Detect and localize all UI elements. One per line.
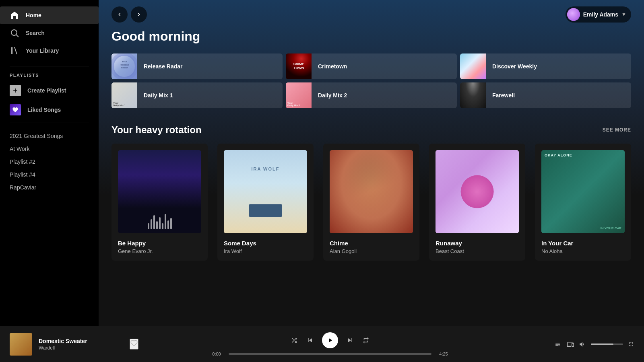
see-more-button[interactable]: SEE MORE xyxy=(603,127,631,133)
heavy-rotation-header: Your heavy rotation SEE MORE xyxy=(111,124,631,136)
quick-card-release-radar[interactable]: Your Release Radar Release Radar xyxy=(111,53,283,79)
release-radar-label: Release Radar xyxy=(137,63,189,70)
player-artist-name: Wardell xyxy=(39,345,123,351)
user-name-label: Emily Adams xyxy=(583,11,618,18)
chime-artist: Alan Gogoll xyxy=(330,248,413,254)
be-happy-artist: Gene Evaro Jr. xyxy=(118,248,201,254)
devices-icon[interactable] xyxy=(567,341,574,348)
nav-arrows xyxy=(111,6,147,23)
volume-bar[interactable] xyxy=(591,343,623,345)
svg-text:Radar: Radar xyxy=(121,66,128,69)
quick-card-discover-weekly[interactable]: Discover Weekly xyxy=(460,53,631,79)
main-content: Emily Adams ▼ Good morning Your Release … xyxy=(99,0,644,326)
svg-text:Release: Release xyxy=(120,64,129,66)
next-button[interactable] xyxy=(346,336,354,344)
daily-mix-1-label: Daily Mix 1 xyxy=(137,92,179,99)
home-icon xyxy=(10,10,19,20)
in-your-car-title: In Your Car xyxy=(541,240,625,247)
sidebar-item-library[interactable]: Your Library xyxy=(0,42,99,60)
shuffle-button[interactable] xyxy=(291,337,298,344)
sidebar-nav: Home Search xyxy=(0,3,99,63)
previous-button[interactable] xyxy=(306,336,314,344)
heavy-rotation-title: Your heavy rotation xyxy=(111,124,202,136)
svg-rect-3 xyxy=(12,47,13,54)
rotation-card-be-happy[interactable]: Be Happy Gene Evaro Jr. xyxy=(111,144,208,261)
farewell-label: Farewell xyxy=(486,92,521,99)
playlist-item-at-work[interactable]: At Work xyxy=(0,142,99,155)
user-profile-button[interactable]: Emily Adams ▼ xyxy=(566,6,631,23)
queue-icon[interactable] xyxy=(555,341,562,348)
chime-album-art xyxy=(330,150,413,233)
sidebar: Home Search xyxy=(0,0,99,326)
quick-card-daily-mix-1[interactable]: YourDaily Mix 1 Daily Mix 1 xyxy=(111,82,283,108)
svg-point-0 xyxy=(11,30,17,35)
quick-card-farewell[interactable]: Farewell xyxy=(460,82,631,108)
some-days-artist: Ira Wolf xyxy=(224,248,307,254)
repeat-button[interactable] xyxy=(362,337,369,344)
current-time: 0:00 xyxy=(209,352,224,356)
chevron-down-icon: ▼ xyxy=(621,12,626,17)
playlist-item-4[interactable]: Playlist #4 xyxy=(0,168,99,181)
sidebar-item-search[interactable]: Search xyxy=(0,24,99,42)
sidebar-divider-2 xyxy=(10,123,89,123)
svg-line-1 xyxy=(17,35,19,37)
chime-title: Chime xyxy=(330,240,413,247)
player-track-info: Domestic Sweater Wardell xyxy=(39,338,123,351)
volume-icon[interactable] xyxy=(579,341,586,348)
forward-button[interactable] xyxy=(131,6,147,23)
liked-songs-button[interactable]: Liked Songs xyxy=(0,100,99,119)
rotation-card-some-days[interactable]: IRA WOLF Some Days Ira Wolf xyxy=(217,144,314,261)
playlist-list: 2021 Greatest Songs At Work Playlist #2 … xyxy=(0,126,99,197)
playlist-item-rapcaviar[interactable]: RapCaviar xyxy=(0,181,99,194)
sidebar-divider xyxy=(10,66,89,66)
player-track-section: Domestic Sweater Wardell xyxy=(10,333,138,356)
player-bar: Domestic Sweater Wardell xyxy=(0,326,644,362)
heart-icon xyxy=(10,104,21,115)
greeting-heading: Good morning xyxy=(111,29,631,44)
fullscreen-icon[interactable] xyxy=(628,341,634,348)
like-button[interactable] xyxy=(130,339,138,350)
some-days-album-art: IRA WOLF xyxy=(224,150,307,233)
sidebar-item-home[interactable]: Home xyxy=(0,6,99,24)
daily-mix-1-image: YourDaily Mix 1 xyxy=(111,82,137,108)
plus-icon: + xyxy=(10,85,21,96)
top-bar: Emily Adams ▼ xyxy=(99,0,644,29)
release-radar-image: Your Release Radar xyxy=(111,53,137,79)
discover-weekly-image xyxy=(460,53,486,79)
crimetown-label: Crimetown xyxy=(312,63,353,70)
rotation-card-chime[interactable]: Chime Alan Gogoll xyxy=(323,144,419,261)
create-playlist-button[interactable]: + Create Playlist xyxy=(0,81,99,100)
rotation-grid: Be Happy Gene Evaro Jr. IRA WOLF Some Da… xyxy=(111,144,631,261)
be-happy-title: Be Happy xyxy=(118,240,201,247)
playlist-item-2021[interactable]: 2021 Greatest Songs xyxy=(0,130,99,142)
in-your-car-artist: No Aloha xyxy=(541,248,625,254)
be-happy-album-art xyxy=(118,150,201,233)
daily-mix-2-label: Daily Mix 2 xyxy=(312,92,353,99)
quick-cards-grid: Your Release Radar Release Radar CRIMET xyxy=(111,53,631,108)
content-area: Good morning Your Release Radar xyxy=(99,29,644,274)
playlist-item-2[interactable]: Playlist #2 xyxy=(0,155,99,168)
player-controls-section: 0:00 4:25 xyxy=(138,332,522,356)
runaway-artist: Beast Coast xyxy=(436,248,519,254)
player-controls xyxy=(291,332,369,348)
playlists-label: PLAYLISTS xyxy=(0,70,99,81)
play-pause-button[interactable] xyxy=(322,332,338,348)
progress-track[interactable] xyxy=(229,353,431,355)
player-right-controls xyxy=(522,341,634,348)
player-track-name: Domestic Sweater xyxy=(39,338,123,344)
svg-text:Your: Your xyxy=(122,60,127,63)
quick-card-daily-mix-2[interactable]: YourDaily Mix 2 Daily Mix 2 xyxy=(286,82,457,108)
back-button[interactable] xyxy=(111,6,128,23)
rotation-card-runaway[interactable]: Runaway Beast Coast xyxy=(429,144,525,261)
crimetown-image: CRIMETOWN xyxy=(286,53,312,79)
farewell-image xyxy=(460,82,486,108)
player-album-art xyxy=(10,333,32,356)
in-your-car-album-art: OKAY ALONE IN YOUR CAR xyxy=(541,150,625,233)
svg-rect-2 xyxy=(11,47,12,54)
progress-bar-area: 0:00 4:25 xyxy=(209,352,451,356)
rotation-card-in-your-car[interactable]: OKAY ALONE IN YOUR CAR In Your Car No Al… xyxy=(535,144,631,261)
total-time: 4:25 xyxy=(436,352,451,356)
quick-card-crimetown[interactable]: CRIMETOWN Crimetown xyxy=(286,53,457,79)
avatar xyxy=(567,8,580,21)
daily-mix-2-image: YourDaily Mix 2 xyxy=(286,82,312,108)
